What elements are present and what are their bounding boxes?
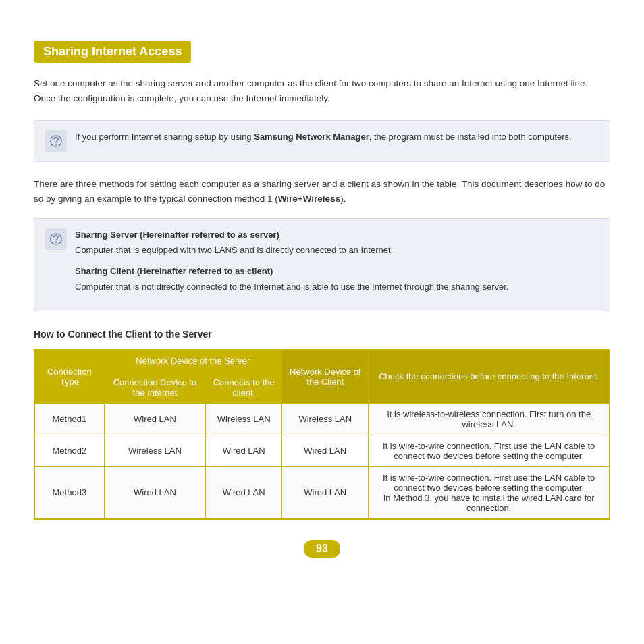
page-number: 93 [304,540,340,558]
cell-device-internet: Wired LAN [104,403,206,435]
subsection-title: How to Connect the Client to the Server [34,329,610,340]
note-content-2: Sharing Server (Hereinafter referred to … [75,228,508,300]
connection-table: Connection Type Network Device of the Se… [34,349,610,520]
cell-check: It is wire-to-wire connection. First use… [369,466,610,519]
cell-method: Method1 [34,403,104,435]
cell-device-internet: Wired LAN [104,466,206,519]
svg-rect-2 [45,228,67,250]
table-row: Method3 Wired LAN Wired LAN Wired LAN It… [34,466,610,519]
section-paragraph: There are three methods for setting each… [34,177,610,206]
cell-connects-client: Wireless LAN [206,403,282,435]
cell-method: Method2 [34,435,104,466]
col-device-internet: Connection Device to the Internet [104,371,206,403]
cell-client-device: Wired LAN [282,466,369,519]
col-check: Check the connections before connecting … [369,350,610,404]
col-server-device-group: Network Device of the Server [104,350,282,372]
col-connection-type: Connection Type [34,350,104,404]
svg-rect-0 [45,130,67,152]
cell-connects-client: Wired LAN [206,435,282,466]
cell-check: It is wire-to-wire connection. First use… [369,435,610,466]
col-client-device: Network Device of the Client [282,350,369,404]
cell-client-device: Wired LAN [282,435,369,466]
note-box-1: If you perform Internet sharing setup by… [34,120,610,162]
intro-paragraph: Set one computer as the sharing server a… [34,76,610,105]
page-number-container: 93 [34,540,610,558]
cell-connects-client: Wired LAN [206,466,282,519]
note-text-1: If you perform Internet sharing setup by… [75,130,572,144]
page-title: Sharing Internet Access [34,41,191,63]
table-row: Method2 Wireless LAN Wired LAN Wired LAN… [34,435,610,466]
cell-method: Method3 [34,466,104,519]
note-icon-1 [45,130,67,152]
cell-check: It is wireless-to-wireless connection. F… [369,403,610,435]
svg-point-3 [55,242,57,243]
table-row: Method1 Wired LAN Wireless LAN Wireless … [34,403,610,435]
cell-client-device: Wireless LAN [282,403,369,435]
note-box-2: Sharing Server (Hereinafter referred to … [34,218,610,311]
svg-point-1 [55,144,57,145]
cell-device-internet: Wireless LAN [104,435,206,466]
col-connects-client: Connects to the client. [206,371,282,403]
note-icon-2 [45,228,67,250]
